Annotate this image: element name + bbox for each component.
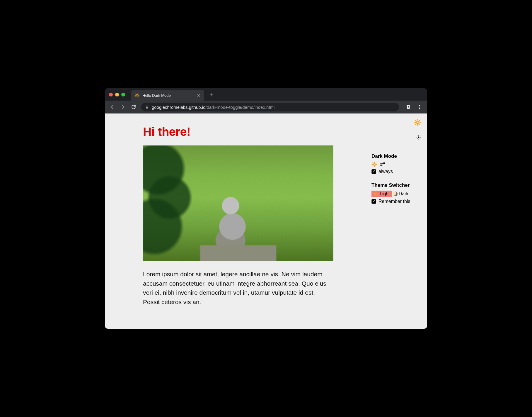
url-host: googlechromelabs.github.io [152, 105, 205, 110]
dark-mode-always-row: always [371, 169, 421, 174]
theme-remember-checkbox[interactable] [371, 199, 376, 204]
profile-button[interactable] [404, 102, 413, 112]
tab-favicon: 🔆 [134, 93, 139, 97]
svg-line-9 [420, 138, 420, 139]
brightness-icon[interactable] [416, 135, 421, 140]
dark-mode-widget: Dark Mode 🔆 off always [371, 153, 421, 174]
light-label: Light [380, 191, 390, 196]
theme-switcher-widget: Theme Switcher 🔆 Light Dark Remember thi… [371, 182, 421, 204]
svg-point-1 [419, 107, 420, 108]
dark-mode-always-checkbox[interactable] [371, 169, 376, 174]
svg-point-0 [419, 105, 420, 106]
dark-mode-state-label: off [380, 162, 385, 167]
url-path: /dark-mode-toggle/demo/index.html [205, 105, 274, 110]
theme-switcher-options: 🔆 Light Dark [371, 191, 421, 197]
menu-button[interactable] [415, 102, 424, 112]
body-paragraph: Lorem ipsum dolor sit amet, legere ancil… [143, 269, 333, 306]
page-content: Hi there! Lorem ipsum dolor sit amet, le… [105, 113, 371, 329]
light-icon: 🔆 [373, 191, 378, 196]
reload-button[interactable] [129, 102, 138, 112]
hero-image [143, 145, 333, 261]
back-button[interactable] [108, 102, 117, 112]
svg-line-8 [417, 135, 417, 136]
theme-option-dark[interactable]: Dark [392, 191, 410, 197]
aside: 🔆 Dark Mode 🔆 off always Theme Switcher [371, 113, 427, 329]
aside-top-icons: 🔆 [371, 119, 421, 140]
theme-option-light[interactable]: 🔆 Light [371, 191, 392, 197]
address-bar[interactable]: googlechromelabs.github.io/dark-mode-tog… [141, 103, 399, 111]
dark-mode-title: Dark Mode [371, 153, 421, 159]
browser-window: 🔆 Hello Dark Mode ✕ ＋ googlechromelabs.g… [105, 88, 427, 329]
forward-button[interactable] [118, 102, 128, 112]
window-minimize-button[interactable] [115, 93, 119, 96]
svg-line-11 [420, 135, 420, 136]
traffic-lights [109, 93, 125, 96]
tab-strip: 🔆 Hello Dark Mode ✕ ＋ [105, 88, 427, 101]
new-tab-button[interactable]: ＋ [208, 91, 214, 97]
theme-remember-row: Remember this [371, 199, 421, 204]
browser-toolbar: googlechromelabs.github.io/dark-mode-tog… [105, 101, 427, 113]
sun-emoji-icon[interactable]: 🔆 [414, 119, 421, 126]
svg-line-10 [417, 138, 417, 139]
tab-title: Hello Dark Mode [142, 93, 194, 98]
dark-mode-state-icon: 🔆 [371, 162, 377, 167]
page-viewport: Hi there! Lorem ipsum dolor sit amet, le… [105, 113, 427, 329]
window-maximize-button[interactable] [121, 93, 125, 96]
dark-mode-state-row[interactable]: 🔆 off [371, 162, 421, 167]
dark-mode-always-label: always [378, 169, 393, 174]
page-heading: Hi there! [143, 125, 333, 138]
svg-point-2 [419, 108, 420, 109]
lock-icon [145, 105, 149, 109]
window-close-button[interactable] [109, 93, 113, 96]
moon-icon [393, 191, 398, 196]
theme-switcher-title: Theme Switcher [371, 182, 421, 188]
dark-label: Dark [399, 191, 409, 196]
browser-tab[interactable]: 🔆 Hello Dark Mode ✕ [131, 90, 204, 101]
url-text: googlechromelabs.github.io/dark-mode-tog… [152, 105, 274, 110]
svg-point-3 [418, 137, 420, 138]
article: Hi there! Lorem ipsum dolor sit amet, le… [143, 125, 333, 320]
toolbar-right [404, 102, 424, 112]
tab-close-icon[interactable]: ✕ [197, 93, 201, 98]
theme-remember-label: Remember this [378, 199, 410, 204]
